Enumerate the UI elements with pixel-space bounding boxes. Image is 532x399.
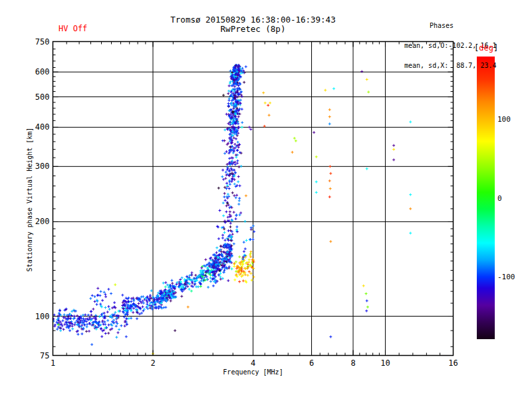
colorbar-tick-label: -100: [497, 273, 515, 281]
x-tick-label: 2: [150, 358, 155, 368]
y-tick-label: 100: [35, 312, 50, 321]
x-tick-label: 4: [251, 358, 255, 368]
y-axis-title: Stationary phase Virtual Height [km]: [26, 128, 33, 272]
colorbar-tick-label: 0: [497, 194, 502, 203]
colorbar-unit-label: [deg]: [474, 43, 498, 53]
scatter-points: [53, 64, 412, 355]
ionogram-screen: 124681016750600500400300200100751000-100…: [0, 0, 532, 399]
y-tick-label: 750: [35, 37, 50, 47]
x-tick-label: 6: [309, 358, 314, 368]
y-tick-label: 600: [35, 67, 50, 76]
x-tick-label: 10: [380, 358, 390, 368]
colorbar-tick-label: 100: [497, 115, 511, 124]
y-tick-label: 200: [35, 217, 50, 226]
x-tick-label: 8: [350, 358, 355, 368]
y-tick-label: 400: [35, 122, 50, 132]
colorbar-bracket-close: ]: [493, 43, 498, 53]
colorbar: 1000-100: [477, 57, 515, 339]
y-tick-label: 500: [35, 92, 50, 102]
y-tick-label: 300: [35, 162, 50, 171]
plot-title: Tromsø 20150829 16:38:00-16:39:43: [53, 15, 453, 25]
x-tick-label: 1: [51, 358, 55, 368]
gridlines: [53, 42, 454, 356]
y-tick-label: 75: [40, 351, 49, 360]
colorbar-gradient: [477, 57, 495, 339]
plot-subtitle: RwPretec (8p): [53, 24, 453, 34]
x-axis-title: Frequency [MHz]: [53, 368, 453, 376]
colorbar-unit-text: deg: [479, 43, 493, 53]
x-tick-label: 16: [448, 358, 458, 368]
tick-labels: 12468101675060050040030020010075: [35, 37, 458, 368]
phase-stats-heading: Phases: [404, 23, 499, 29]
phase-stats-x-line: mean, sd,X: 88.7, 23.4: [404, 63, 499, 69]
